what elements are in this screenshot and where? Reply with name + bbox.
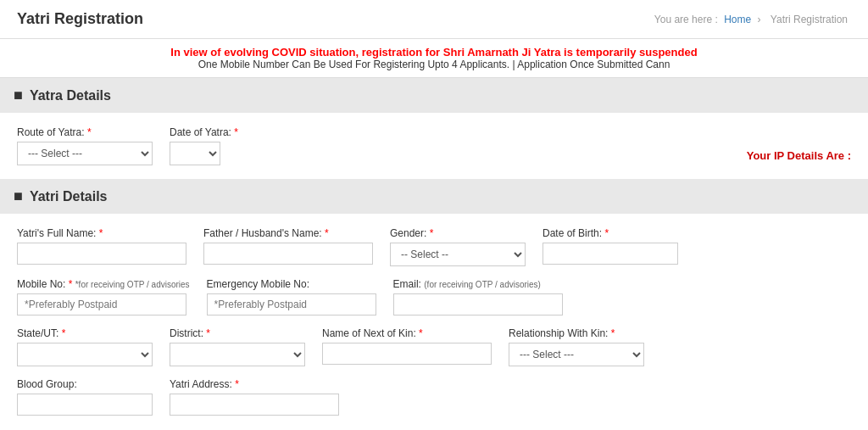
emergency-mobile-input[interactable]	[207, 293, 376, 316]
email-group: Email: (for receiving OTP / advisories)	[393, 278, 563, 316]
yatri-address-group: Yatri Address: *	[170, 378, 339, 416]
route-of-yatra-group: Route of Yatra: * --- Select ---	[17, 126, 153, 165]
mobile-sub-label: *for receiving OTP / advisories	[75, 280, 190, 289]
dob-required: *	[604, 227, 609, 239]
father-name-required: *	[325, 227, 329, 239]
emergency-mobile-group: Emergency Mobile No:	[207, 278, 376, 316]
email-input[interactable]	[393, 293, 563, 316]
breadcrumb-current: Yatri Registration	[771, 14, 848, 25]
district-required: *	[206, 327, 210, 339]
full-name-input[interactable]	[17, 243, 186, 265]
next-of-kin-label: Name of Next of Kin: *	[322, 327, 492, 339]
emergency-mobile-label: Emergency Mobile No:	[207, 278, 376, 290]
email-sub-label: (for receiving OTP / advisories)	[424, 280, 541, 289]
full-name-group: Yatri's Full Name: *	[17, 227, 186, 266]
yatra-details-form: Route of Yatra: * --- Select --- Date of…	[0, 126, 868, 179]
yatra-details-title: Yatra Details	[30, 88, 111, 103]
blood-group-input[interactable]	[17, 394, 153, 416]
blood-group-label: Blood Group:	[17, 378, 153, 390]
yatri-row-4: Blood Group: Yatri Address: *	[17, 378, 851, 416]
person-icon-2: ■	[14, 187, 23, 205]
yatri-row-2: Mobile No: * *for receiving OTP / adviso…	[17, 278, 851, 316]
dob-label: Date of Birth: *	[542, 227, 678, 239]
next-of-kin-required: *	[419, 327, 423, 339]
mobile-input[interactable]	[17, 293, 186, 316]
gender-label: Gender: *	[390, 227, 526, 239]
gender-required: *	[430, 227, 434, 239]
state-label: State/UT: *	[17, 327, 153, 339]
yatri-details-header: ■ Yatri Details	[0, 179, 868, 214]
date-select[interactable]	[170, 142, 220, 165]
next-of-kin-group: Name of Next of Kin: *	[322, 327, 492, 366]
full-name-label: Yatri's Full Name: *	[17, 227, 186, 239]
breadcrumb-prefix: You are here :	[654, 14, 718, 25]
top-bar: Yatri Registration You are here : Home ›…	[0, 0, 868, 39]
route-select[interactable]: --- Select ---	[17, 142, 153, 165]
relationship-group: Relationship With Kin: * --- Select --- …	[509, 327, 644, 366]
next-of-kin-input[interactable]	[322, 343, 492, 365]
person-icon: ■	[14, 87, 23, 104]
date-select-container	[170, 142, 238, 165]
district-label: District: *	[170, 327, 305, 339]
route-required: *	[87, 126, 92, 138]
ip-info: Your IP Details Are :	[747, 149, 851, 165]
state-select[interactable]	[17, 343, 153, 366]
state-required: *	[62, 327, 66, 339]
page-title: Yatri Registration	[17, 10, 143, 28]
route-label: Route of Yatra: *	[17, 126, 153, 138]
covid-notice: In view of evolving COVID situation, reg…	[17, 46, 851, 59]
breadcrumb-home[interactable]: Home	[724, 14, 751, 25]
yatri-address-input[interactable]	[170, 394, 339, 416]
relationship-required: *	[611, 327, 615, 339]
dob-group: Date of Birth: *	[542, 227, 678, 266]
email-label: Email: (for receiving OTP / advisories)	[393, 278, 563, 290]
breadcrumb: You are here : Home › Yatri Registration	[651, 14, 851, 25]
date-label: Date of Yatra: *	[170, 126, 238, 138]
yatri-details-form: Yatri's Full Name: * Father / Husband's …	[0, 227, 868, 430]
mobile-label: Mobile No: * *for receiving OTP / adviso…	[17, 278, 190, 290]
full-name-required: *	[99, 227, 103, 239]
district-select[interactable]	[170, 343, 305, 366]
district-group: District: *	[170, 327, 305, 366]
yatri-row-1: Yatri's Full Name: * Father / Husband's …	[17, 227, 851, 266]
notice-bar: In view of evolving COVID situation, reg…	[0, 39, 868, 78]
dob-input[interactable]	[542, 243, 678, 265]
relationship-select[interactable]: --- Select --- Father Mother Spouse Son …	[509, 343, 644, 366]
yatri-row-3: State/UT: * District: * Name of Next of …	[17, 327, 851, 366]
father-name-input[interactable]	[203, 243, 373, 265]
gender-select[interactable]: -- Select -- Male Female Transgender	[390, 243, 526, 266]
state-group: State/UT: *	[17, 327, 153, 366]
mobile-required: *	[69, 278, 73, 290]
date-of-yatra-group: Date of Yatra: *	[170, 126, 238, 165]
father-name-label: Father / Husband's Name: *	[203, 227, 373, 239]
yatri-details-title: Yatri Details	[30, 189, 108, 204]
yatri-address-label: Yatri Address: *	[170, 378, 339, 390]
father-name-group: Father / Husband's Name: *	[203, 227, 373, 266]
relationship-label: Relationship With Kin: *	[509, 327, 644, 339]
blood-group-group: Blood Group:	[17, 378, 153, 416]
date-required: *	[234, 126, 238, 138]
mobile-notice: One Mobile Number Can Be Used For Regist…	[17, 59, 851, 70]
yatri-address-required: *	[235, 378, 239, 390]
mobile-group: Mobile No: * *for receiving OTP / adviso…	[17, 278, 190, 316]
breadcrumb-separator: ›	[758, 14, 761, 25]
gender-group: Gender: * -- Select -- Male Female Trans…	[390, 227, 526, 266]
yatra-details-header: ■ Yatra Details	[0, 78, 868, 113]
